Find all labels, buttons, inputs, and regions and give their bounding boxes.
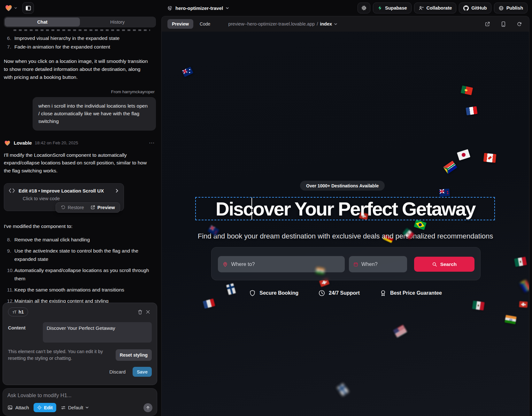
mobile-view-button[interactable]: [500, 20, 507, 28]
hero-subtitle: Find and book your dream destination wit…: [162, 232, 529, 240]
lovable-logo[interactable]: [4, 4, 17, 12]
list-item: Keep the same smooth animations and tran…: [4, 286, 156, 294]
top-bar: hero-optimizer-travel Supabase Collabora…: [0, 0, 532, 16]
chat-scroll-area[interactable]: Chat History Improved visual hierarchy i…: [0, 16, 160, 303]
edit-card-title: Edit #18 • Improve Location Scroll UX: [19, 188, 104, 193]
tab-code[interactable]: Code: [195, 19, 215, 29]
chat-composer: Attach Edit Default: [3, 388, 157, 416]
reset-styling-button[interactable]: Reset styling: [116, 349, 152, 361]
send-button[interactable]: [143, 403, 152, 412]
feature-price-guarantee: Best Price Guarantee: [380, 290, 442, 297]
search-label: Search: [440, 261, 457, 267]
tab-chat[interactable]: Chat: [5, 18, 80, 26]
assistant-header: Lovable 18:42 on Feb 20, 2025 ⋯: [4, 140, 156, 147]
typography-icon: тT: [12, 310, 16, 314]
attach-button[interactable]: Attach: [7, 405, 29, 410]
chevron-right-icon: [115, 189, 119, 193]
feature-label: 24/7 Support: [329, 290, 360, 296]
shield-icon: [249, 290, 256, 297]
search-button[interactable]: Search: [414, 257, 474, 272]
assistant-timestamp: 18:42 on Feb 20, 2025: [35, 140, 78, 145]
assistant-name: Lovable: [14, 140, 32, 146]
github-button[interactable]: GitHub: [459, 3, 491, 13]
content-label: Content: [8, 322, 38, 343]
chat-history-tabs: Chat History: [4, 17, 156, 27]
list-item: Automatically expand/collapse locations …: [4, 266, 156, 283]
assistant-paragraph: I've modified the component to:: [4, 223, 156, 231]
users-icon: [419, 5, 424, 11]
clock-icon: [318, 290, 325, 297]
content-input[interactable]: Discover Your Perfect Getaway: [43, 322, 152, 343]
collaborate-label: Collaborate: [427, 5, 452, 11]
preview-url[interactable]: preview--hero-optimizer-travel.lovable.a…: [228, 21, 337, 26]
element-editor-panel: тT h1 Content Discover Your Perfect Geta…: [3, 303, 157, 385]
open-in-new-tab-button[interactable]: [483, 20, 491, 28]
version-actions-pill: Restore Preview: [56, 202, 120, 213]
project-switcher[interactable]: hero-optimizer-travel: [167, 0, 229, 16]
preview-panel: Preview Code preview--hero-optimizer-tra…: [161, 16, 529, 416]
smartphone-icon: [501, 21, 506, 27]
chevron-down-icon: [226, 6, 229, 10]
discard-button[interactable]: Discard: [109, 369, 126, 374]
edit-mode-label: Edit: [44, 405, 53, 410]
collaborate-button[interactable]: Collaborate: [414, 3, 457, 13]
element-tag-label: h1: [19, 309, 24, 314]
destinations-badge: Over 1000+ Destinations Available: [300, 181, 385, 191]
chat-panel: Chat History Improved visual hierarchy i…: [0, 16, 160, 416]
mode-label: Default: [68, 405, 83, 410]
supabase-button[interactable]: Supabase: [373, 3, 412, 13]
composer-input[interactable]: [7, 392, 152, 398]
external-link-icon: [485, 21, 490, 27]
feature-label: Best Price Guarantee: [390, 290, 442, 296]
supabase-icon: [377, 5, 382, 11]
trash-icon: [137, 309, 143, 315]
publish-button[interactable]: Publish: [494, 3, 528, 13]
project-name: hero-optimizer-travel: [175, 5, 223, 11]
preview-label: Preview: [97, 205, 115, 210]
preview-version-button[interactable]: Preview: [90, 205, 115, 210]
settings-button[interactable]: [358, 3, 370, 13]
map-pin-icon: [222, 261, 228, 267]
edit-card-subtitle: Click to view code: [23, 196, 119, 201]
feature-secure-booking: Secure Booking: [249, 290, 298, 297]
hero-title[interactable]: Discover Your Perfect Getaway: [162, 198, 529, 220]
feature-support: 24/7 Support: [318, 290, 360, 297]
when-field[interactable]: [349, 256, 407, 272]
sidebar-toggle-button[interactable]: [22, 2, 34, 14]
supabase-label: Supabase: [385, 5, 407, 11]
chevron-down-icon: [334, 22, 337, 26]
feature-label: Secure Booking: [259, 290, 298, 296]
url-separator: /: [317, 21, 318, 26]
globe-icon: [167, 5, 173, 11]
clipped-scrolled-text: [13, 29, 150, 31]
save-button[interactable]: Save: [133, 367, 152, 377]
where-field[interactable]: [218, 256, 345, 272]
when-input[interactable]: [361, 261, 403, 267]
preview-header: Preview Code preview--hero-optimizer-tra…: [162, 16, 529, 32]
tab-preview[interactable]: Preview: [167, 19, 193, 29]
list-item: Improved visual hierarchy in the expande…: [4, 34, 156, 42]
award-icon: [380, 290, 387, 297]
assistant-paragraph: I'll modify the LocationScroll component…: [4, 151, 151, 175]
element-tag-pill[interactable]: тT h1: [8, 307, 28, 316]
list-item: Remove the manual click handling: [4, 236, 156, 244]
message-menu-button[interactable]: ⋯: [148, 140, 156, 146]
sliders-icon: [61, 405, 66, 410]
search-icon: [432, 262, 437, 267]
refresh-button[interactable]: [515, 20, 523, 28]
edit-mode-button[interactable]: Edit: [34, 403, 56, 412]
refresh-icon: [517, 21, 522, 27]
tab-history[interactable]: History: [80, 18, 155, 26]
close-icon: [145, 309, 150, 314]
delete-element-button[interactable]: [136, 308, 144, 316]
restore-button[interactable]: Restore: [61, 205, 84, 210]
external-link-icon: [90, 205, 95, 210]
chevron-down-icon: [14, 6, 17, 10]
lovable-avatar: [4, 140, 11, 147]
features-row: Secure Booking 24/7 Support Best Price G…: [162, 290, 529, 297]
where-input[interactable]: [231, 261, 340, 267]
close-editor-button[interactable]: [144, 308, 152, 316]
mode-selector[interactable]: Default: [61, 405, 89, 410]
publish-label: Publish: [506, 5, 523, 11]
preview-viewport[interactable]: Over 1000+ Destinations Available Discov…: [162, 32, 529, 416]
